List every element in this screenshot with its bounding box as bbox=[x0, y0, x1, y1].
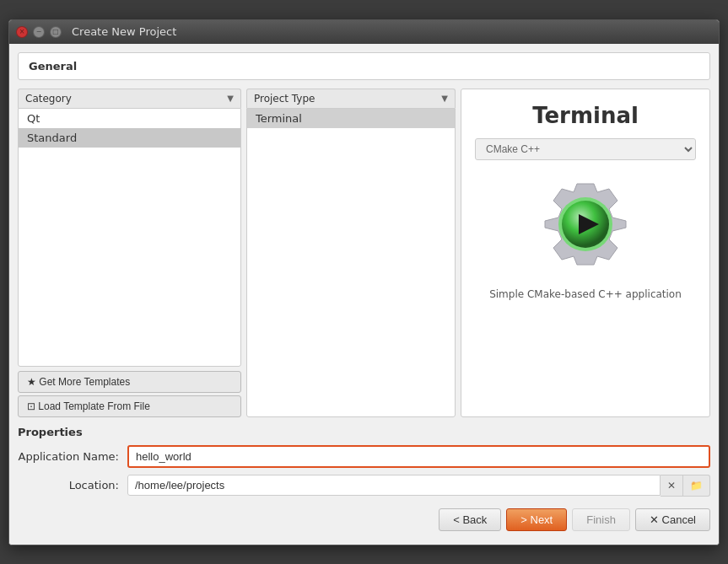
category-dropdown-arrow: ▼ bbox=[227, 94, 234, 103]
location-browse-button[interactable]: 📁 bbox=[683, 475, 710, 497]
category-panel: Category ▼ Qt Standard ★ Get More Templa… bbox=[18, 89, 241, 417]
back-button[interactable]: < Back bbox=[439, 508, 501, 531]
cancel-button[interactable]: ✕ Cancel bbox=[635, 508, 710, 531]
project-type-panel: Project Type ▼ Terminal bbox=[246, 89, 456, 417]
next-button[interactable]: > Next bbox=[506, 508, 567, 531]
project-type-panel-header: Project Type ▼ bbox=[246, 89, 456, 108]
titlebar: × − □ Create New Project bbox=[9, 20, 719, 44]
maximize-window-button[interactable]: □ bbox=[50, 26, 62, 38]
category-list: Qt Standard bbox=[18, 108, 241, 367]
project-type-dropdown-wrapper: Project Type ▼ bbox=[254, 93, 448, 105]
preview-title: Terminal bbox=[532, 103, 639, 128]
preview-description: Simple CMake-based C++ application bbox=[489, 288, 682, 300]
category-dropdown-wrapper: Category ▼ bbox=[25, 93, 234, 105]
general-section-header: General bbox=[18, 52, 710, 80]
project-type-dropdown-arrow: ▼ bbox=[441, 94, 448, 103]
category-panel-header: Category ▼ bbox=[18, 89, 241, 108]
panels-row: Category ▼ Qt Standard ★ Get More Templa… bbox=[18, 89, 710, 417]
location-label: Location: bbox=[18, 479, 127, 491]
app-name-row: Application Name: bbox=[18, 445, 710, 468]
location-clear-button[interactable]: ✕ bbox=[661, 475, 683, 497]
app-name-label: Application Name: bbox=[18, 450, 127, 463]
content-area: General Category ▼ Qt Standard ★ Ge bbox=[9, 44, 719, 545]
bottom-buttons: < Back > Next Finish ✕ Cancel bbox=[18, 508, 710, 536]
location-input-group: ✕ 📁 bbox=[127, 475, 710, 497]
minimize-window-button[interactable]: − bbox=[33, 26, 45, 38]
terminal-icon bbox=[535, 174, 636, 275]
properties-section: Properties Application Name: Location: ✕… bbox=[18, 426, 710, 497]
template-button-bar: ★ Get More Templates ⊡ Load Template Fro… bbox=[18, 371, 241, 417]
project-type-list: Terminal bbox=[246, 108, 456, 417]
finish-button[interactable]: Finish bbox=[572, 508, 630, 531]
gear-svg bbox=[535, 174, 636, 275]
location-row: Location: ✕ 📁 bbox=[18, 475, 710, 497]
properties-title: Properties bbox=[18, 426, 710, 438]
get-more-templates-button[interactable]: ★ Get More Templates bbox=[18, 371, 241, 393]
app-name-input[interactable] bbox=[127, 445, 710, 468]
close-window-button[interactable]: × bbox=[16, 26, 28, 38]
category-item-qt[interactable]: Qt bbox=[19, 109, 240, 128]
window-title: Create New Project bbox=[72, 25, 712, 38]
category-item-standard[interactable]: Standard bbox=[19, 128, 240, 148]
project-type-item-terminal[interactable]: Terminal bbox=[247, 109, 455, 128]
preview-panel: Terminal CMake C++ QMake C++ bbox=[461, 89, 710, 417]
main-window: × − □ Create New Project General Categor… bbox=[8, 19, 720, 545]
cmake-select[interactable]: CMake C++ QMake C++ bbox=[475, 138, 696, 160]
load-template-from-file-button[interactable]: ⊡ Load Template From File bbox=[18, 395, 241, 417]
preview-dropdown[interactable]: CMake C++ QMake C++ bbox=[475, 138, 696, 160]
location-input[interactable] bbox=[127, 475, 661, 496]
